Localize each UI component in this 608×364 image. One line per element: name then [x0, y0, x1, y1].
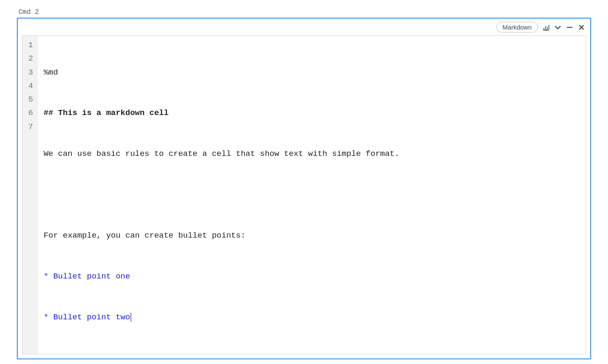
line-gutter: 1 2 3 4 5 6 7: [22, 36, 38, 354]
bullet-text: Bullet point two: [53, 313, 130, 322]
code-line: ## This is a markdown cell: [43, 106, 580, 120]
bullet-prefix: *: [43, 313, 53, 322]
code-line: %md: [43, 66, 580, 79]
code-line: We can use basic rules to create a cell …: [43, 147, 580, 161]
bullet-text: Bullet point one: [53, 272, 130, 281]
code-line: * Bullet point two: [43, 310, 580, 324]
chevron-down-icon[interactable]: [554, 24, 562, 31]
code-line: For example, you can create bullet point…: [43, 229, 580, 242]
code-editor[interactable]: 1 2 3 4 5 6 7 %md ## This is a markdown …: [22, 35, 586, 354]
line-number: 2: [28, 52, 33, 65]
line-number: 7: [28, 120, 33, 134]
line-number: 3: [28, 66, 33, 79]
bullet-prefix: *: [43, 272, 53, 281]
minimize-icon[interactable]: [566, 24, 573, 31]
code-content[interactable]: %md ## This is a markdown cell We can us…: [38, 36, 586, 354]
close-icon[interactable]: [578, 24, 585, 31]
code-line: [43, 188, 580, 201]
line-number: 5: [28, 93, 33, 106]
chart-icon[interactable]: [542, 24, 550, 31]
cell-toolbar: Markdown: [496, 22, 585, 32]
line-number: 1: [28, 38, 33, 52]
text-cursor: [131, 313, 131, 322]
editor-cell[interactable]: Markdown: [17, 18, 591, 359]
language-selector[interactable]: Markdown: [496, 22, 538, 32]
code-line: * Bullet point one: [43, 270, 580, 283]
cell-label: Cmd 2: [19, 8, 591, 16]
line-number: 6: [28, 106, 33, 120]
line-number: 4: [28, 79, 33, 93]
